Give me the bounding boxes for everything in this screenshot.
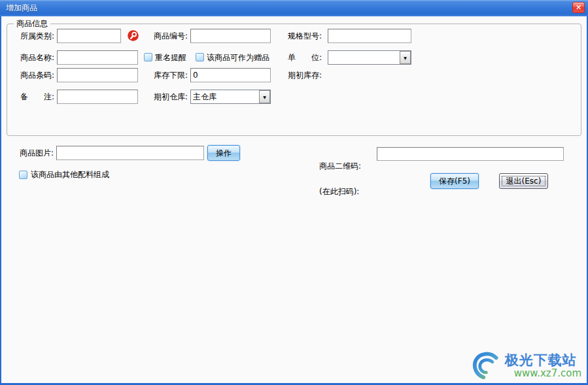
barcode-input[interactable]: [57, 68, 138, 82]
image-action-button-label: 操作: [216, 148, 232, 159]
name-input[interactable]: [57, 50, 138, 65]
init-warehouse-value: 主仓库: [191, 90, 259, 103]
spec-label: 规格型号:: [285, 29, 322, 43]
gift-label[interactable]: 该商品可作为赠品: [207, 50, 269, 65]
image-label: 商品图片:: [9, 146, 54, 160]
init-warehouse-dropdown-button[interactable]: ▼: [259, 90, 270, 103]
watermark: 极光下载站 www.xz7.com: [472, 352, 581, 380]
window-title: 增加商品: [6, 0, 37, 16]
stock-min-label: 库存下限:: [151, 68, 188, 82]
exit-button-label: 退出(Esc): [506, 176, 542, 187]
category-input[interactable]: [57, 29, 121, 43]
titlebar[interactable]: 增加商品 ✕: [0, 0, 588, 16]
name-label: 商品名称:: [10, 50, 54, 65]
barcode-label: 商品条码:: [10, 68, 54, 82]
product-info-groupbox: 商品信息 所属类别: 商品编号: 规格型号: 商品名称: 重名提醒 该商品可作为…: [7, 24, 581, 136]
init-warehouse-label: 期初仓库:: [151, 90, 188, 104]
close-button[interactable]: ✕: [572, 2, 585, 13]
compose-checkbox[interactable]: [19, 171, 27, 179]
aurora-swirl-logo-icon: [472, 352, 501, 380]
spec-input[interactable]: [328, 29, 411, 43]
unit-label: 单 位:: [285, 50, 322, 65]
init-warehouse-combobox[interactable]: 主仓库 ▼: [190, 90, 271, 104]
client-area: 商品信息 所属类别: 商品编号: 规格型号: 商品名称: 重名提醒 该商品可作为…: [1, 16, 587, 383]
remark-input[interactable]: [57, 90, 138, 104]
qrcode-input[interactable]: [377, 147, 564, 161]
product-no-label: 商品编号:: [151, 29, 188, 43]
groupbox-title: 商品信息: [14, 19, 50, 29]
close-icon: ✕: [576, 3, 581, 12]
unit-dropdown-button[interactable]: ▼: [400, 51, 411, 64]
chevron-down-icon: ▼: [404, 56, 407, 60]
remark-label: 备 注:: [10, 90, 54, 104]
save-button[interactable]: 保存(F5): [430, 173, 479, 189]
gift-checkbox[interactable]: [196, 53, 204, 61]
add-product-window: 增加商品 ✕ 商品信息 所属类别: 商品编号: 规格型号: 商品名称: 重名: [0, 0, 588, 385]
dup-alert-label[interactable]: 重名提醒: [155, 50, 186, 65]
watermark-site-name: 极光下载站: [505, 353, 581, 368]
product-no-input[interactable]: [190, 29, 271, 43]
unit-combobox[interactable]: ▼: [328, 50, 411, 65]
compose-label[interactable]: 该商品由其他配料组成: [31, 167, 109, 182]
image-action-button[interactable]: 操作: [207, 145, 240, 161]
category-search-icon[interactable]: [128, 30, 139, 41]
watermark-text: 极光下载站 www.xz7.com: [505, 353, 581, 379]
qrcode-label-line1: 商品二维码:: [319, 162, 375, 171]
exit-button[interactable]: 退出(Esc): [499, 173, 548, 189]
qrcode-label: 商品二维码: (在此扫码):: [319, 145, 375, 213]
qrcode-label-line2: (在此扫码):: [319, 188, 375, 196]
dup-alert-checkbox[interactable]: [144, 53, 152, 61]
chevron-down-icon: ▼: [263, 95, 266, 99]
save-button-label: 保存(F5): [439, 176, 470, 187]
init-stock-label: 期初库存:: [285, 68, 322, 82]
image-path-input[interactable]: [56, 146, 204, 160]
unit-combobox-value: [328, 51, 400, 64]
category-label: 所属类别:: [10, 29, 54, 43]
stock-min-input[interactable]: [190, 68, 271, 82]
watermark-site-url: www.xz7.com: [505, 368, 581, 379]
